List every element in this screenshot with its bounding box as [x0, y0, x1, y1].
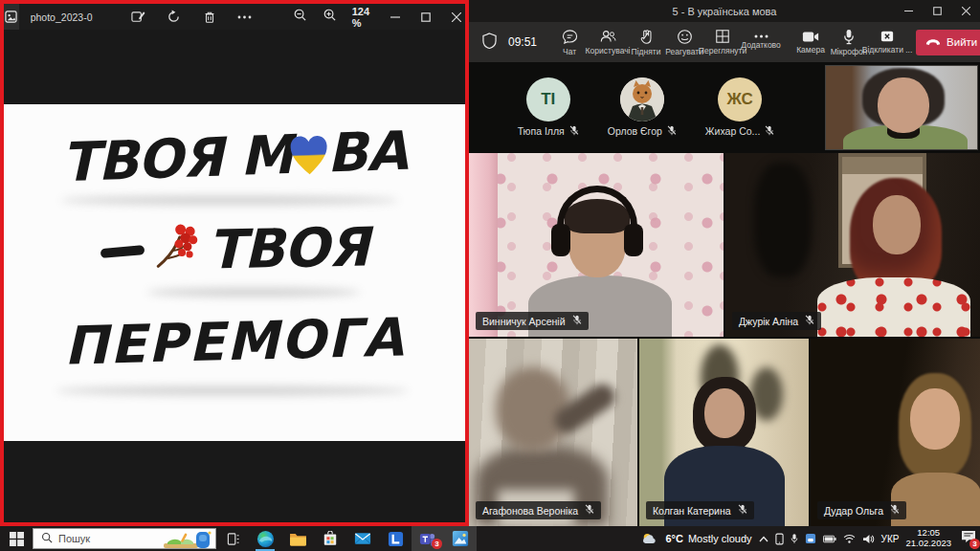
your-phone-icon[interactable] — [775, 533, 784, 545]
task-view-button[interactable] — [216, 526, 249, 551]
photo-image: ТВОЯ МВА ТВОЯ ПЕРЕМОГА — [4, 104, 465, 441]
participant-name: Тюпа Ілля — [518, 125, 565, 137]
search-highlight-illustration — [162, 530, 213, 551]
close-button[interactable] — [951, 0, 980, 22]
plant-silhouette — [754, 163, 812, 277]
search-placeholder: Пошук — [58, 533, 90, 544]
minimize-button[interactable] — [894, 0, 923, 22]
mic-muted-icon — [572, 315, 582, 327]
minimize-button[interactable] — [387, 9, 404, 26]
person-face — [704, 388, 745, 438]
avatar-initials: ТІ — [526, 77, 570, 121]
photo-filename: photo_2023-02-21_08-26-5... — [31, 11, 93, 23]
zoom-in-icon[interactable] — [323, 8, 337, 26]
mic-muted-icon — [667, 125, 677, 138]
more-options-icon[interactable] — [235, 8, 255, 27]
artwork-shadow — [147, 288, 360, 297]
tray-chevron-icon[interactable] — [759, 536, 768, 542]
leave-label: Вийти — [947, 36, 977, 48]
artwork-line2-word: ТВОЯ — [208, 216, 369, 281]
artwork-shadow — [61, 196, 398, 205]
weather-temp: 6°C — [665, 533, 682, 544]
microsoft-store-icon[interactable] — [314, 526, 346, 551]
lightshot-icon[interactable] — [379, 526, 412, 551]
mic-muted-icon — [569, 125, 579, 138]
camera-button[interactable]: Камера — [791, 22, 830, 62]
rotate-photo-icon[interactable] — [165, 8, 184, 27]
weather-condition: Mostly cloudy — [688, 533, 752, 544]
participants-button[interactable]: Користувачі — [589, 22, 627, 62]
participant-name: Джурік Аліна — [739, 316, 798, 327]
teams-meeting-window: 5 - В українська мова 09:51 Чат — [469, 0, 980, 526]
participant-avatar-zhykhar[interactable]: ЖС Жихар Со... — [705, 77, 774, 138]
participant-avatar-orlov[interactable]: Орлов Єгор — [608, 77, 677, 138]
action-center-badge: 3 — [969, 539, 980, 549]
participant-name: Жихар Со... — [705, 125, 760, 137]
more-actions-button[interactable]: Додатково — [742, 22, 780, 62]
headphone-earcup — [551, 224, 570, 256]
meeting-toolbar: 09:51 Чат Користувачі Підняти Реагувати … — [469, 22, 980, 62]
person-body — [817, 277, 970, 337]
raise-hand-label: Підняти — [632, 47, 661, 56]
zoom-out-icon[interactable] — [293, 8, 307, 26]
photos-app-icon — [4, 4, 19, 30]
participants-label: Користувачі — [586, 46, 631, 55]
participant-name: Орлов Єгор — [608, 125, 662, 137]
participant-avatar-tiupa[interactable]: ТІ Тюпа Ілля — [518, 77, 579, 138]
battery-icon[interactable] — [823, 535, 836, 543]
weather-text[interactable]: 6°C Mostly cloudy — [665, 533, 751, 544]
artwork-line3: ПЕРЕМОГА — [4, 305, 465, 379]
leave-meeting-button[interactable]: Вийти — [916, 30, 980, 55]
view-button[interactable]: Переглянути — [703, 22, 742, 62]
edge-browser-icon[interactable] — [249, 526, 281, 551]
video-tile-teacher[interactable] — [825, 65, 978, 150]
participant-name: Винничук Арсеній — [482, 316, 566, 327]
close-button[interactable] — [448, 9, 465, 26]
video-tile-alina[interactable]: Джурік Аліна — [725, 153, 980, 337]
search-input[interactable]: Пошук — [33, 528, 216, 549]
language-indicator[interactable]: УКР — [881, 534, 900, 544]
photos-app-taskbar-icon[interactable] — [444, 526, 477, 551]
edit-photo-icon[interactable] — [129, 8, 148, 27]
video-tile-katerina[interactable]: Колган Катерина — [639, 339, 809, 526]
maximize-button[interactable] — [417, 9, 434, 26]
react-button[interactable]: Реагувати — [665, 22, 703, 62]
microphone-button[interactable]: Мікрофон — [830, 22, 868, 62]
dash-icon — [100, 245, 145, 258]
mic-muted-icon — [738, 504, 747, 517]
file-explorer-icon[interactable] — [281, 526, 314, 551]
taskbar-clock[interactable]: 12:05 21.02.2023 — [905, 528, 951, 549]
person-face — [878, 77, 929, 133]
avatar-row: ТІ Тюпа Ілля Орлов Єгор Ж — [469, 62, 823, 152]
start-button[interactable] — [0, 526, 33, 551]
viburnum-berries-icon — [154, 218, 199, 283]
system-tray: 6°C Mostly cloudy — [641, 528, 980, 549]
participant-name-tag: Агафонова Вероніка — [476, 501, 601, 519]
person-face — [873, 195, 921, 254]
delete-photo-icon[interactable] — [200, 8, 219, 27]
wifi-icon[interactable] — [843, 534, 856, 543]
participant-name-tag: Дудар Ольга — [817, 501, 906, 519]
action-center-icon[interactable]: 3 — [961, 530, 976, 547]
stop-sharing-label: Відкликати ... — [862, 45, 913, 55]
meeting-elapsed-time: 09:51 — [508, 35, 537, 49]
stop-sharing-button[interactable]: Відкликати ... — [868, 22, 906, 62]
volume-icon[interactable] — [862, 534, 875, 544]
participant-name-tag: Джурік Аліна — [732, 312, 821, 330]
artwork-line1-pre: ТВОЯ М — [60, 123, 293, 193]
teams-tray-icon[interactable] — [805, 533, 816, 544]
security-shield-icon — [482, 33, 497, 53]
participant-name-tag: Винничук Арсеній — [476, 312, 589, 330]
maximize-button[interactable] — [923, 0, 951, 22]
tray-microphone-icon[interactable] — [791, 533, 798, 544]
chat-button[interactable]: Чат — [550, 22, 589, 62]
video-tile-olga[interactable]: Дудар Ольга — [811, 339, 980, 526]
mail-icon[interactable] — [346, 526, 379, 551]
mic-muted-icon — [765, 125, 774, 138]
teams-app-icon[interactable]: 3 — [412, 526, 444, 551]
video-tile-veronika[interactable]: Агафонова Вероніка — [469, 339, 637, 526]
weather-icon[interactable] — [641, 532, 658, 545]
raise-hand-button[interactable]: Підняти — [627, 22, 665, 62]
taskbar: Пошук 3 — [0, 526, 980, 551]
video-tile-arseniy[interactable]: Винничук Арсеній — [469, 153, 724, 337]
